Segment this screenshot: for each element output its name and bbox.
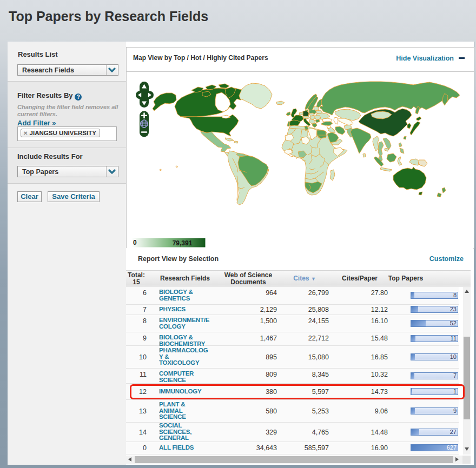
svg-text:79,391: 79,391 — [173, 239, 193, 247]
svg-text:0: 0 — [133, 239, 137, 246]
